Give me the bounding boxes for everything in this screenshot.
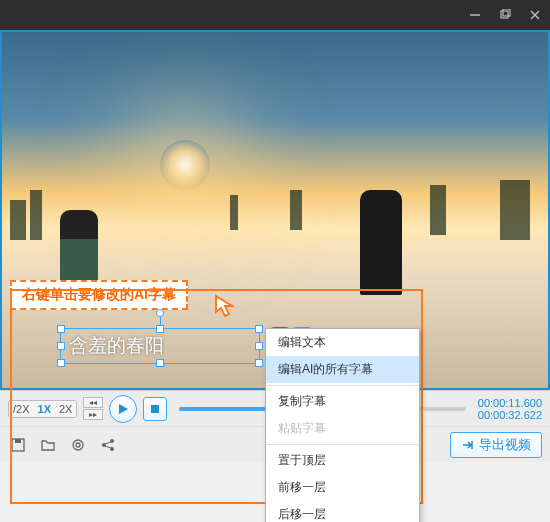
save-icon [10,437,26,453]
stop-icon [150,404,160,414]
time-duration: 00:00:32.622 [478,409,542,421]
resize-handle-bl[interactable] [57,359,65,367]
svg-line-18 [105,446,111,448]
svg-point-13 [76,443,80,447]
titlebar [0,0,550,30]
frame-back-button[interactable]: ◂◂ [83,397,103,408]
resize-handle-tr[interactable] [255,325,263,333]
time-display: 00:00:11.600 00:00:32.622 [478,397,542,421]
menu-copy-subtitle[interactable]: 复制字幕 [266,388,419,415]
instruction-arrow-icon [212,292,236,324]
svg-line-17 [105,442,111,444]
svg-marker-5 [216,296,232,316]
open-button[interactable] [38,435,58,455]
svg-rect-9 [151,405,159,413]
save-button[interactable] [8,435,28,455]
frame-step-group: ◂◂ ▸▸ [83,397,103,420]
share-icon [100,437,116,453]
svg-point-12 [73,440,83,450]
export-label: 导出视频 [479,436,531,454]
close-button[interactable] [528,8,542,22]
menu-paste-subtitle: 粘贴字幕 [266,415,419,442]
maximize-button[interactable] [498,8,512,22]
export-button[interactable]: 导出视频 [450,432,542,458]
resize-handle-bm[interactable] [156,359,164,367]
svg-rect-1 [501,11,508,18]
svg-rect-2 [503,9,510,16]
gear-icon [70,437,86,453]
app-window: 右键单击要修改的AI字幕 含羞的春阳 + /2X 1X 2X [0,0,550,522]
play-button[interactable] [109,395,137,423]
menu-separator [266,444,419,445]
menu-edit-text[interactable]: 编辑文本 [266,329,419,356]
resize-handle-ml[interactable] [57,342,65,350]
speed-selector: /2X 1X 2X [8,400,77,418]
preview-skier-right [360,190,402,295]
stop-button[interactable] [143,397,167,421]
share-button[interactable] [98,435,118,455]
menu-edit-all-ai-subtitles[interactable]: 编辑AI的所有字幕 [266,356,419,383]
play-icon [117,403,129,415]
menu-bring-to-front[interactable]: 置于顶层 [266,447,419,474]
folder-icon [40,437,56,453]
frame-fwd-button[interactable]: ▸▸ [83,409,103,420]
minimize-button[interactable] [468,8,482,22]
resize-handle-br[interactable] [255,359,263,367]
speed-half[interactable]: /2X [9,401,34,417]
svg-marker-8 [119,404,128,414]
speed-1x[interactable]: 1X [34,401,55,417]
instruction-callout: 右键单击要修改的AI字幕 [10,280,188,310]
resize-handle-tl[interactable] [57,325,65,333]
menu-separator [266,385,419,386]
subtitle-text: 含羞的春阳 [69,333,164,359]
export-icon [461,438,475,452]
svg-rect-11 [15,439,21,443]
speed-2x[interactable]: 2X [55,401,76,417]
resize-handle-mr[interactable] [255,342,263,350]
settings-button[interactable] [68,435,88,455]
menu-move-backward[interactable]: 后移一层 [266,501,419,522]
rotate-handle[interactable] [156,309,164,317]
menu-move-forward[interactable]: 前移一层 [266,474,419,501]
context-menu: 编辑文本 编辑AI的所有字幕 复制字幕 粘贴字幕 置于顶层 前移一层 后移一层 … [265,328,420,522]
subtitle-text-box[interactable]: 含羞的春阳 + [60,328,260,364]
time-current: 00:00:11.600 [478,397,542,409]
seek-progress [179,407,265,411]
resize-handle-tm[interactable] [156,325,164,333]
